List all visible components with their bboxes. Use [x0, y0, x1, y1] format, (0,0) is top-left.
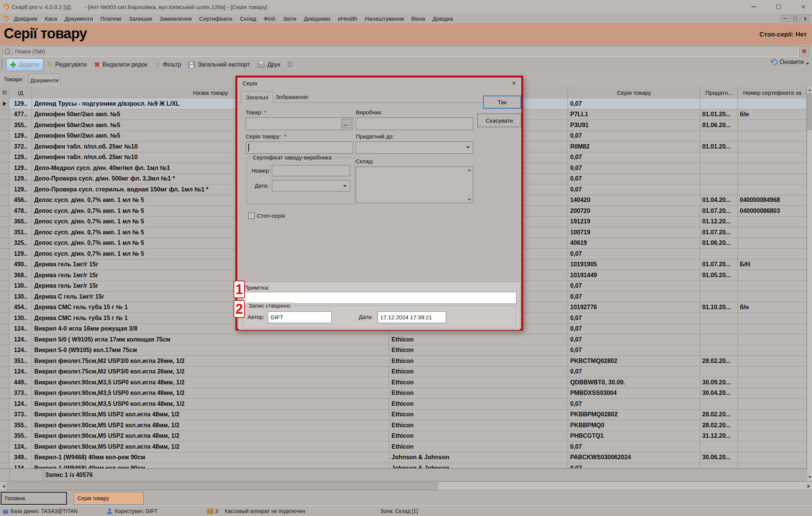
menu-item[interactable]: Довідка [429, 15, 457, 22]
menu-item[interactable]: Платежі [97, 15, 125, 22]
row-selector[interactable] [0, 249, 9, 260]
row-selector[interactable] [0, 206, 9, 217]
row-selector[interactable] [0, 141, 9, 152]
row-selector[interactable] [0, 345, 9, 356]
vertical-scrollbar[interactable] [807, 87, 812, 481]
product-field[interactable]: ... [246, 117, 353, 130]
column-header-cert[interactable]: Номер сертифіката за [738, 87, 807, 99]
search-input[interactable]: Поиск (Tab) [2, 46, 799, 57]
product-lookup-button[interactable]: ... [341, 119, 351, 128]
row-selector[interactable] [0, 324, 9, 335]
row-selector[interactable] [0, 388, 9, 399]
row-selector[interactable] [0, 399, 9, 410]
row-selector[interactable] [0, 99, 9, 109]
row-selector[interactable] [0, 270, 9, 281]
menu-item[interactable]: Звіти [279, 15, 300, 22]
row-selector[interactable] [0, 217, 9, 228]
tab-tovary[interactable]: Товари [4, 76, 22, 82]
row-selector[interactable] [0, 463, 9, 468]
row-selector[interactable] [0, 410, 9, 420]
toolbar-drag-handle[interactable] [1, 59, 3, 70]
dialog-tab-general[interactable]: Загальні [241, 91, 273, 103]
valid-until-dropdown[interactable] [356, 141, 473, 154]
table-row[interactable]: 355.. Викрил фиолет.90см,М5 USP2 кол.игл… [0, 431, 807, 442]
menu-item[interactable]: Склад [236, 15, 260, 22]
row-selector[interactable] [0, 377, 9, 388]
menu-item[interactable]: Вікна [408, 15, 429, 22]
scroll-down-icon[interactable] [807, 475, 812, 480]
row-selector[interactable] [0, 313, 9, 324]
ok-button[interactable]: Так [483, 96, 521, 109]
restore-icon[interactable] [774, 3, 783, 11]
table-row[interactable]: 124.. Викрил 5/0 ( W9105) игла 17мм колю… [0, 334, 807, 345]
cancel-button[interactable]: Скасувати [477, 114, 521, 127]
scroll-up-icon[interactable] [467, 169, 471, 171]
table-row[interactable]: 124.. Викрил фиолет.90см,М5 USP2 кол.игл… [0, 442, 807, 452]
row-selector[interactable] [0, 184, 9, 195]
row-selector[interactable] [0, 367, 9, 378]
table-row[interactable]: 373.. Викрил фиолет.90см,М5 USP2 кол.игл… [0, 410, 807, 420]
row-selector[interactable] [0, 131, 9, 142]
columns-button[interactable] [284, 59, 296, 71]
dialog-tab-image[interactable]: Зображення [272, 94, 312, 100]
menu-item[interactable]: Сертифікати [196, 15, 236, 22]
menu-item[interactable]: Замовлення [156, 15, 195, 22]
scroll-down-icon[interactable] [467, 199, 471, 201]
menu-item[interactable]: Довідники [300, 15, 334, 22]
created-date-field[interactable]: 17.12.2024 17:39:21 [378, 311, 446, 323]
bottom-tab-home[interactable]: Головна [1, 492, 67, 505]
filter-button[interactable]: Фільтр [151, 59, 185, 71]
column-header-valid[interactable]: Придатн... [700, 87, 738, 99]
table-row[interactable]: 449.. Викрил фиолет.90см,М3,5 USP0 кол.и… [0, 377, 807, 388]
table-row[interactable]: 373.. Викрил фиолет.90см,М3,5 USP0 кол.и… [0, 388, 807, 399]
print-button[interactable]: Друк [254, 59, 284, 71]
row-selector[interactable] [0, 163, 9, 174]
dialog-close-icon[interactable]: × [512, 79, 516, 87]
series-field[interactable] [246, 141, 353, 154]
horizontal-scrollbar-thumb[interactable] [7, 483, 438, 490]
horizontal-scrollbar[interactable] [0, 481, 812, 490]
menu-item[interactable]: Залишки [125, 15, 156, 22]
table-row[interactable]: 124.. Викрил-1 (W9468) 40мм кол-реж 90см… [0, 463, 807, 468]
mdi-minimize-button[interactable] [780, 15, 789, 22]
row-selector[interactable] [0, 195, 9, 206]
minimize-button[interactable] [749, 3, 759, 11]
search-clear-button[interactable]: ✖ [799, 46, 809, 56]
row-selector[interactable] [0, 442, 9, 452]
scroll-right-icon[interactable] [806, 483, 811, 489]
menu-item[interactable]: Довідник [10, 15, 41, 22]
mdi-close-button[interactable]: x [801, 15, 810, 22]
row-selector[interactable] [0, 356, 9, 367]
column-header-id[interactable]: ІД [9, 87, 32, 99]
table-row[interactable]: 124.. Викрил фиолет.75см,М2 USP3/0 кол.и… [0, 367, 807, 378]
edit-button[interactable]: ✎ Редагувати [43, 59, 91, 71]
table-row[interactable]: 355.. Викрил фиолет.90см,М5 USP2 кол.игл… [0, 420, 807, 431]
mdi-restore-button[interactable] [791, 15, 800, 22]
refresh-button[interactable]: Оновити [771, 59, 809, 65]
cert-date-dropdown[interactable] [272, 180, 350, 191]
stop-series-checkbox[interactable] [248, 212, 255, 219]
vertical-scrollbar-thumb[interactable] [807, 93, 812, 130]
scroll-up-icon[interactable] [807, 87, 812, 93]
row-selector[interactable] [0, 431, 9, 442]
row-selector[interactable] [0, 281, 9, 292]
row-selector[interactable] [0, 238, 9, 249]
row-selector[interactable] [0, 152, 9, 163]
menu-item[interactable]: Документи [61, 15, 97, 22]
author-field[interactable]: GIFT [268, 311, 332, 323]
table-row[interactable]: 349.. Викрил-1 (W9468) 40мм кол-реж 90см… [0, 452, 807, 463]
cert-number-field[interactable] [272, 165, 350, 176]
menu-item[interactable]: eHealth [334, 15, 361, 22]
add-button[interactable]: ✚ Додати [6, 58, 43, 71]
grid-corner-cell[interactable] [0, 87, 9, 99]
row-selector[interactable] [0, 302, 9, 313]
row-selector[interactable] [0, 452, 9, 463]
table-row[interactable]: 351.. Викрил фиолет.75см,М2 USP3/0 кол.и… [0, 356, 807, 367]
table-row[interactable]: 124.. Викрил фиолет.90см,М3,5 USP0 кол.и… [0, 399, 807, 410]
row-selector[interactable] [0, 120, 9, 131]
tab-dokumenty[interactable]: Документи [28, 73, 61, 87]
row-selector[interactable] [0, 227, 9, 238]
row-selector[interactable] [0, 174, 9, 185]
export-button[interactable]: Загальний експорт [185, 59, 253, 71]
row-selector[interactable] [0, 334, 9, 345]
